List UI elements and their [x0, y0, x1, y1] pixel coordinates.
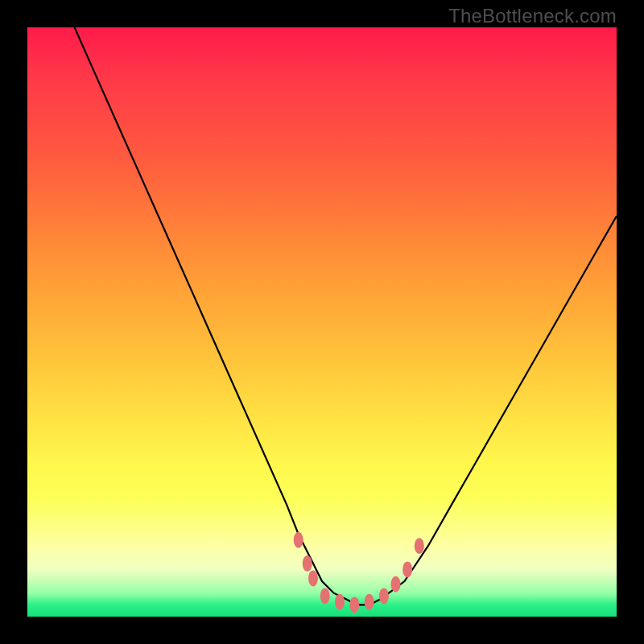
- curve-marker: [335, 594, 345, 610]
- curve-marker: [379, 588, 389, 604]
- curve-marker: [391, 576, 401, 592]
- curve-marker: [349, 597, 359, 613]
- chart-frame: TheBottleneck.com: [0, 0, 644, 644]
- curve-marker: [294, 532, 303, 548]
- curve-marker: [308, 570, 318, 586]
- curve-marker: [415, 538, 424, 554]
- curve-layer: [27, 27, 617, 617]
- curve-marker: [320, 588, 330, 604]
- curve-marker: [402, 561, 412, 577]
- bottleneck-curve: [75, 27, 617, 605]
- curve-marker: [365, 594, 374, 610]
- watermark-text: TheBottleneck.com: [448, 5, 617, 27]
- curve-marker: [303, 555, 312, 572]
- plot-area: [27, 27, 617, 617]
- curve-markers: [294, 532, 424, 613]
